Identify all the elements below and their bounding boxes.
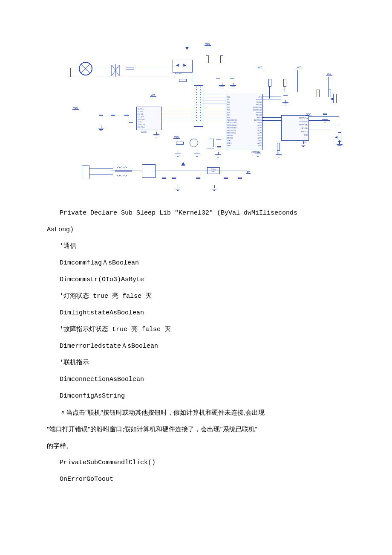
gnd-15 (211, 188, 217, 191)
vcc-label-6: VCC (296, 66, 303, 69)
vcc-label-8: VCC (306, 113, 312, 116)
cap-c1 (99, 112, 103, 118)
gnd-3 (175, 154, 181, 157)
cap-c12 (224, 175, 228, 181)
cap-c14 (283, 92, 288, 98)
crystal (209, 139, 214, 147)
microcontroller: P1.0 P1.1 P1.2 P1.3 P1.4 P1.5 P1.6 P1.7 … (226, 94, 263, 150)
vcc-label-4: VCC (173, 136, 180, 139)
gnd-6 (219, 85, 225, 89)
code-line-1: Private Declare Sub Sleep Lib "Kernel32"… (47, 205, 345, 221)
resistor-r2 (179, 79, 187, 82)
prose-line-c: 的字样。 (47, 438, 345, 454)
cap-c3 (124, 112, 129, 118)
mcu-name: AT89C52 (251, 151, 260, 153)
max232-name: MAX232 (141, 131, 147, 133)
cap-c15 (323, 111, 327, 117)
optoiso-label: MOC3022 (175, 73, 182, 75)
code-comment-connection: '联机指示 (47, 355, 345, 371)
resistor-r6 (283, 79, 286, 87)
document-page: MOC3022 C1+VCC V+ GND C1- T1O C2+ R1in C… (0, 0, 392, 522)
code-line-11: DimconfigAsString (47, 388, 345, 404)
resistor-r4 (220, 55, 223, 63)
code-line-4: Dimcommstr(OTo3)AsByte (47, 271, 345, 288)
gnd-5 (215, 154, 221, 158)
code-block: Private Declare Sub Sleep Lib "Kernel32"… (47, 205, 345, 488)
code-line-8: DimerrorledstateＡsBoolean (47, 338, 345, 355)
resistor-r10 (176, 142, 184, 145)
mcu-pins-right: VCC P0.0/AD P0.1/AD P0.2/AD MOSI0.3/AD M… (245, 96, 262, 148)
db-connector (82, 166, 89, 179)
potentiometer-2 (333, 94, 337, 103)
code-comment-errorled: '故障指示灯状态 true 亮 false 灭 (47, 321, 345, 338)
circuit-schematic: MOC3022 C1+VCC V+ GND C1- T1O C2+ R1in C… (47, 43, 345, 200)
gnd-7 (230, 85, 236, 89)
cap-c13 (238, 175, 242, 181)
cap-c5 (216, 75, 220, 81)
cap-c9 (162, 175, 166, 181)
motor-driver: OUTPUT A OUTPUTA+ OUTPUTA- INPUTA- INPUT… (281, 115, 309, 141)
code-line-10: DimconnectionAsBoolean (47, 371, 345, 388)
gnd-11 (300, 144, 306, 147)
prose-line-b: "端口打开错误"的吩咐窗口;假如计算机和硬件连接了，会出现"系统已联机" (47, 421, 345, 438)
cap-c11 (196, 175, 200, 181)
lamp-symbol (79, 62, 92, 76)
gnd-9 (276, 154, 282, 158)
transistor (190, 139, 198, 147)
resistor-r7 (328, 90, 331, 97)
code-line-13: PrivateSubCommandlClick() (47, 454, 345, 471)
resistor-r3 (206, 55, 209, 63)
cap-c10 (172, 175, 176, 181)
driver-pins: OUTPUT A OUTPUTA+ OUTPUTA- INPUTA- INPUT… (282, 116, 308, 137)
bridge-rectifier (142, 164, 156, 178)
transformer (115, 166, 132, 177)
prose-line-a: 〃当点击"联机"按钮时或动其他按钮时，假如计算机和硬件未连接,会出现 (47, 404, 345, 421)
gnd-14 (175, 188, 181, 191)
max232-chip: C1+VCC V+ GND C1- T1O C2+ R1in C2- R1out… (136, 107, 162, 130)
gnd-8 (255, 154, 261, 157)
cap-c7 (216, 136, 221, 142)
gnd-13 (337, 144, 343, 148)
rectifier-diode (181, 162, 185, 166)
cap-c6 (230, 75, 234, 81)
vcc-label-3: VCC (72, 107, 79, 110)
potentiometer-1 (338, 132, 341, 142)
triac-symbol (111, 64, 120, 77)
code-line-3: DimcommflagＡsBoolean (47, 255, 345, 271)
cap-c8 (217, 144, 221, 150)
max232-pins: C1+VCC V+ GND C1- T1O C2+ R1in C2- R1out… (138, 108, 161, 128)
cap-c4 (129, 120, 133, 126)
gnd-2 (153, 134, 159, 138)
resistor-r8 (317, 90, 320, 97)
code-line-6: DimlightstateAsBoolean (47, 305, 345, 321)
vcc-label-1: VCC (205, 43, 211, 46)
optoisolator (173, 60, 193, 73)
crystal-label: 11.0592M (206, 148, 214, 150)
resistor-r9 (277, 143, 280, 151)
gnd-1 (98, 128, 104, 131)
cap-c2 (111, 112, 115, 118)
code-line-1b: AsLong) (47, 221, 345, 238)
vcc-label-7: VCC (326, 73, 332, 76)
v5-label: 5V (246, 171, 251, 174)
vcc-label-2: VCC (150, 94, 156, 97)
diode-d1 (185, 47, 189, 50)
resistor-r5 (268, 79, 271, 87)
gnd-4 (194, 154, 200, 157)
code-comment-comm: '通信 (47, 238, 345, 255)
vcc-label-5: VCC (257, 66, 263, 69)
gnd-10 (282, 102, 288, 106)
mcu-pins-left: P1.0 P1.1 P1.2 P1.3 P1.4 P1.5 P1.6 P1.7 … (227, 96, 243, 148)
code-comment-lamp: '灯泡状态 true 亮 false 灭 (47, 288, 345, 305)
code-line-14: OnErrorGoToout (47, 471, 345, 488)
